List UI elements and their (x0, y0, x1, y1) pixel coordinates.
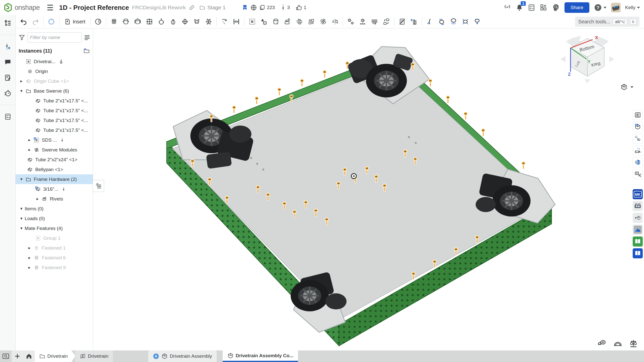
tangent-mate-icon[interactable] (191, 16, 202, 27)
chevron-right-icon[interactable]: ▸ (26, 137, 33, 143)
mate-icon[interactable] (93, 16, 104, 27)
ai-head-icon[interactable] (552, 4, 560, 12)
tree-row-fastened-1[interactable]: ▸ Fastened 1 (16, 243, 93, 253)
bom-table-icon[interactable] (633, 110, 643, 120)
tree-row-tube-2x2[interactable]: Tube 2"x2"x24" <1> (16, 155, 93, 165)
view-cube[interactable]: Bottom Left Back X Y Z (556, 34, 619, 87)
tree-row-root[interactable]: Drivetrai... (16, 57, 93, 66)
protractor-icon[interactable] (613, 339, 622, 348)
insert-button[interactable]: Insert (62, 16, 88, 27)
rollback-icon[interactable] (46, 16, 57, 27)
user-menu[interactable]: Kelly (625, 5, 640, 10)
flex-dots-icon[interactable] (61, 187, 66, 191)
drag-mode-icon[interactable] (472, 16, 483, 27)
snap-mode-icon[interactable] (231, 16, 242, 27)
chevron-right-icon[interactable]: ▸ (26, 255, 33, 260)
view-mode-button[interactable] (620, 83, 633, 91)
transfer-icon[interactable] (294, 16, 305, 27)
notes-icon[interactable] (3, 73, 12, 82)
replicate-icon[interactable] (270, 16, 281, 27)
add-folder-icon[interactable] (83, 48, 90, 54)
pinwheel-icon[interactable] (633, 157, 643, 167)
fastened-mate-icon[interactable] (108, 16, 120, 27)
animate-icon[interactable] (424, 16, 435, 27)
tree-row-sds[interactable]: ▸ SDS ... (16, 135, 93, 145)
link-icon[interactable] (189, 5, 195, 11)
tab-drivetrain-folder[interactable]: Drivetrain (35, 350, 75, 362)
hamburger-icon[interactable]: ☰ (44, 3, 56, 12)
checklist-icon[interactable] (3, 112, 12, 121)
tree-row-fastened-9[interactable]: ▸ Fastened 9 (16, 263, 93, 272)
add-mate-icon[interactable] (3, 42, 12, 51)
tree-row-tube[interactable]: Tube 2"x1"x17.5" <... (16, 96, 93, 106)
tree-row-tube[interactable]: Tube 2"x1"x17.5" <... (16, 106, 93, 115)
tab-drivetrain-assembly-copy[interactable]: Drivetrain Assembly Co... (223, 350, 298, 362)
exploded-view-icon[interactable] (448, 16, 459, 27)
derived-part-icon[interactable] (633, 134, 643, 144)
tape-measure-icon[interactable] (598, 339, 607, 348)
gear-relation-icon[interactable] (357, 16, 368, 27)
tree-row-fastened-6[interactable]: ▸ Fastened 6 (16, 253, 93, 263)
filter-input[interactable] (27, 32, 82, 43)
chevron-down-icon[interactable]: ▾ (18, 216, 25, 221)
tree-row-3-16[interactable]: 3/16"... (16, 184, 93, 194)
apps-grid-icon[interactable] (540, 4, 547, 11)
cylindrical-mate-icon[interactable] (168, 16, 179, 27)
tab-drivetrain-partstudio[interactable]: Drivetrain (75, 350, 113, 362)
planar-mate-icon[interactable] (144, 16, 155, 27)
chevron-right-icon[interactable]: ▸ (26, 147, 33, 152)
fixed-icon[interactable] (59, 59, 64, 64)
tree-row-bellypan[interactable]: Bellypan <1> (16, 165, 93, 174)
revolute-mate-icon[interactable] (120, 16, 131, 27)
pin-slot-mate-icon[interactable] (179, 16, 191, 27)
green-book-app-icon[interactable] (633, 236, 643, 247)
tree-row-swerve-modules[interactable]: ▸ Swerve Modules (16, 145, 93, 155)
tree-row-tube[interactable]: Tube 2"x1"x17.5" <... (16, 115, 93, 125)
chevron-down-icon[interactable]: ▾ (18, 226, 25, 231)
mate-connector-icon[interactable] (258, 16, 270, 27)
section-loads[interactable]: ▾ Loads (0) (16, 214, 93, 223)
list-options-icon[interactable] (84, 34, 90, 41)
tree-row-frame-hardware[interactable]: ▾ Frame Hardware (2) (16, 174, 93, 184)
sheet-metal-icon[interactable] (633, 145, 643, 155)
flex-dots-icon[interactable] (60, 138, 64, 142)
search-tabs-icon[interactable] (0, 350, 12, 362)
help-menu[interactable]: ? (594, 4, 607, 12)
copies-stat[interactable]: 223 (259, 5, 275, 11)
chevron-right-icon[interactable]: ▸ (18, 78, 25, 84)
onshape-logo[interactable]: onshape (4, 3, 41, 12)
avatar[interactable] (611, 3, 621, 12)
group-icon[interactable] (247, 16, 258, 27)
follows-stat[interactable]: 3 (281, 4, 290, 11)
named-positions-icon[interactable] (436, 16, 447, 27)
section-items[interactable]: ▾ Items (0) (16, 204, 93, 214)
code-check-icon[interactable] (504, 4, 511, 11)
tree-row-origin-cube[interactable]: ▸ Origin Cube <1> (16, 76, 93, 86)
structure-popup-button[interactable] (93, 180, 104, 192)
notifications-button[interactable]: 1 (516, 4, 523, 11)
insert-feature-icon[interactable] (282, 16, 293, 27)
assembly-tree-icon[interactable] (3, 19, 12, 28)
collapse-icon[interactable] (460, 16, 471, 27)
undo-icon[interactable] (18, 16, 29, 27)
tab-drivetrain-assembly[interactable]: Drivetrain Assembly (148, 350, 217, 362)
search-tools-button[interactable]: Search tools... alt/⌥ c (575, 17, 639, 27)
ball-mate-icon[interactable] (156, 16, 167, 27)
parallel-mate-icon[interactable] (203, 16, 214, 27)
tree-row-base-swerve[interactable]: ▾ Base Swerve (6) (16, 86, 93, 96)
mate-limits-icon[interactable] (219, 16, 230, 27)
robot-app-icon[interactable] (633, 201, 643, 211)
comment-icon[interactable] (3, 58, 12, 67)
frame-profile-icon[interactable]: x) (633, 169, 643, 179)
mkcad-app-icon[interactable]: MK (633, 189, 643, 199)
share-button[interactable]: Share (564, 2, 589, 13)
tree-row-origin[interactable]: Origin (16, 66, 93, 76)
filter-icon[interactable] (19, 34, 25, 41)
configured-cube-icon[interactable] (633, 122, 643, 132)
slider-mate-icon[interactable] (132, 16, 143, 27)
add-tab-icon[interactable] (12, 350, 23, 362)
globe-icon[interactable] (250, 4, 257, 11)
exploded-cube-app-icon[interactable] (633, 213, 643, 223)
relation-icon[interactable] (345, 16, 356, 27)
mass-properties-icon[interactable] (629, 339, 638, 348)
